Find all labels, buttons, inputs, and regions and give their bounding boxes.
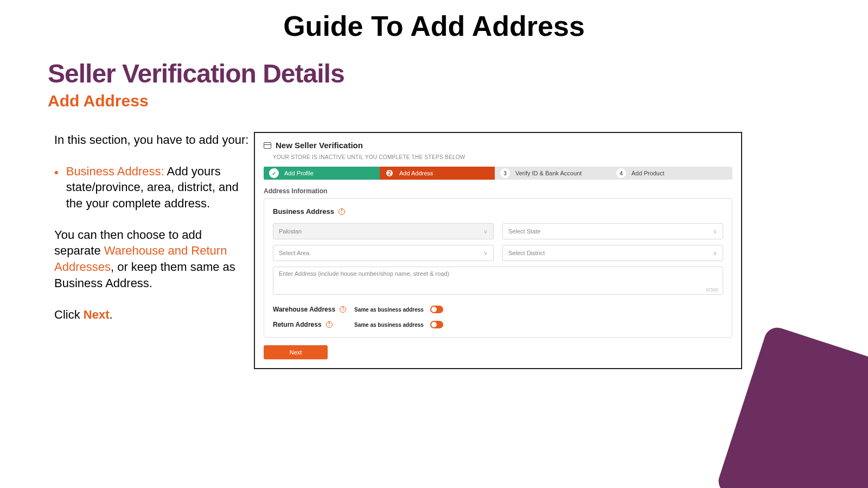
info-icon[interactable] — [326, 321, 333, 328]
next-button[interactable]: Next — [264, 345, 328, 359]
warehouse-address-label: Warehouse Address — [273, 306, 335, 313]
address-input[interactable]: Enter Address (include house number/shop… — [273, 267, 723, 295]
steps-bar: Add Profile 2 Add Address 3 Verify ID & … — [264, 167, 732, 180]
area-select[interactable]: Select Area ∨ — [273, 245, 494, 261]
address-card: Business Address Pakistan ∨ Select State… — [264, 198, 732, 338]
state-select[interactable]: Select State ∨ — [502, 223, 723, 239]
step-add-profile[interactable]: Add Profile — [264, 167, 380, 180]
warehouse-toggle[interactable] — [430, 306, 443, 313]
step-number-2: 2 — [385, 169, 394, 178]
return-toggle[interactable] — [430, 321, 443, 328]
bullet-item: Business Address: Add yours state/provin… — [66, 163, 250, 212]
return-address-label: Return Address — [273, 321, 322, 328]
same-as-label: Same as business address — [354, 322, 424, 328]
district-select[interactable]: Select District ∨ — [502, 245, 723, 261]
char-count: 0/300 — [706, 287, 718, 293]
panel-subtitle: YOUR STORE IS INACTIVE UNTIL YOU COMPLET… — [273, 154, 732, 160]
panel-title: New Seller Verification — [276, 141, 363, 150]
step-number-3: 3 — [500, 168, 510, 178]
card-title: Business Address — [273, 207, 334, 216]
chevron-down-icon: ∨ — [483, 228, 488, 235]
step-number-4: 4 — [616, 168, 626, 178]
step-verify-id[interactable]: 3 Verify ID & Bank Account — [495, 167, 611, 180]
step-add-address[interactable]: 2 Add Address — [380, 167, 495, 180]
check-icon — [269, 168, 279, 178]
panel-icon — [264, 142, 271, 149]
same-as-label: Same as business address — [354, 307, 424, 313]
instructions-column: In this section, you have to add your: •… — [54, 132, 250, 369]
country-select[interactable]: Pakistan ∨ — [273, 223, 494, 239]
chevron-down-icon: ∨ — [713, 250, 717, 257]
section-label: Address Information — [264, 187, 732, 195]
paragraph-2: You can then choose to add separate Ware… — [54, 227, 250, 291]
step-add-product[interactable]: 4 Add Product — [611, 167, 732, 180]
section-title: Seller Verification Details — [48, 59, 868, 88]
bullet-icon: • — [54, 164, 59, 212]
info-icon[interactable] — [339, 208, 345, 215]
sub-title: Add Address — [48, 92, 868, 110]
bullet-label: Business Address: — [66, 164, 164, 178]
chevron-down-icon: ∨ — [483, 250, 488, 257]
intro-text: In this section, you have to add your: — [54, 132, 250, 148]
info-icon[interactable] — [340, 306, 346, 313]
next-highlight: Next — [84, 308, 110, 321]
chevron-down-icon: ∨ — [713, 228, 717, 235]
verification-panel: New Seller Verification YOUR STORE IS IN… — [254, 132, 742, 369]
paragraph-3: Click Next. — [54, 307, 250, 323]
page-title: Guide To Add Address — [0, 10, 868, 42]
